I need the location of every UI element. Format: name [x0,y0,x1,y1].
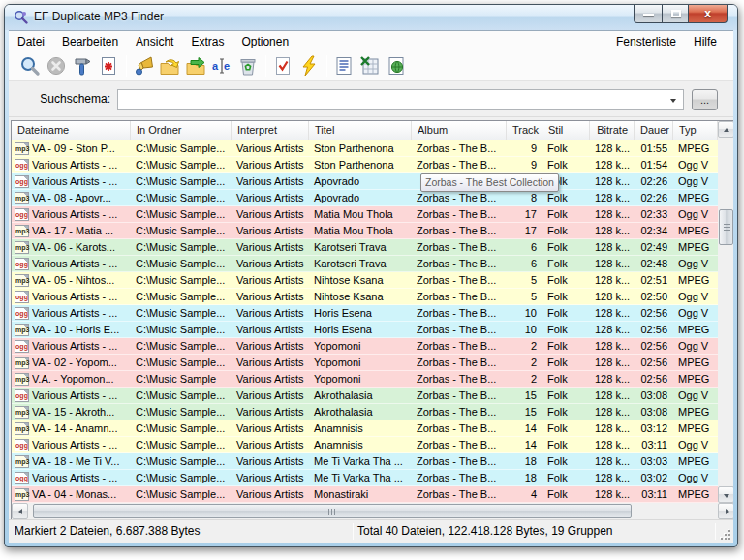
listen-icon[interactable] [132,54,155,78]
cell-bitrate: 128 k... [590,289,635,304]
column-header-artist[interactable]: Interpret [232,121,309,140]
ogg-file-icon: ogg [15,340,29,353]
menu-optionen[interactable]: Optionen [232,32,297,51]
horizontal-scrollbar[interactable] [12,503,733,519]
cell-bitrate: 128 k... [590,437,635,452]
vertical-scrollbar[interactable] [718,121,733,503]
menu-fensterliste[interactable]: Fensterliste [607,32,685,51]
table-row[interactable]: mp3VA - 04 - Monas...C:\Music Sample...V… [12,486,718,503]
cancel-icon[interactable] [45,54,68,78]
column-header-name[interactable]: Dateiname [12,121,131,140]
cell-title: Horis Esena [309,305,412,321]
check-icon[interactable] [271,54,294,78]
search-schema-combobox[interactable] [117,89,684,110]
cell-duration: 02:50 [635,289,673,304]
menu-ansicht[interactable]: Ansicht [127,32,182,51]
scroll-down-button[interactable] [718,486,733,503]
table-row[interactable]: oggVarious Artists - ...C:\Music Sample.… [12,470,718,486]
run-icon[interactable] [297,54,321,78]
column-header-genre[interactable]: Stil [542,121,590,140]
move-icon[interactable] [184,54,207,78]
table-row[interactable]: mp3VA - 14 - Anamn...C:\Music Sample...V… [12,420,718,437]
scroll-up-button[interactable] [718,121,733,138]
table-row[interactable]: oggVarious Artists - ...C:\Music Sample.… [12,338,718,355]
vertical-scroll-thumb[interactable] [719,209,733,245]
cell-album: Zorbas - The B... [412,239,507,255]
table-row[interactable]: mp3VA - 17 - Matia ...C:\Music Sample...… [12,223,718,239]
export-table-icon[interactable] [358,54,382,78]
table-row[interactable]: mp3VA - 09 - Ston P...C:\Music Sample...… [12,140,718,157]
resize-grip[interactable] [721,530,730,540]
column-header-album[interactable]: Album [412,121,507,140]
cell-title: Apovrado [309,173,412,189]
copy-icon[interactable] [158,54,181,78]
cell-duration: 02:33 [635,206,673,222]
cell-folder: C:\Music Sample... [131,470,232,485]
column-header-folder[interactable]: In Ordner [131,121,232,140]
rename-icon[interactable]: ae [210,54,233,78]
horizontal-scroll-thumb[interactable] [33,504,632,518]
table-row[interactable]: oggVarious Artists - ...C:\Music Sample.… [12,173,718,190]
column-header-title[interactable]: Titel [309,121,412,140]
table-row[interactable]: mp3VA - 15 - Akroth...C:\Music Sample...… [12,404,718,420]
cell-type: MPEG [673,140,718,156]
cell-name: mp3V.A. - Yopomon... [12,371,131,387]
table-row[interactable]: mp3VA - 02 - Yopom...C:\Music Sample...V… [12,355,718,371]
report-icon[interactable] [332,54,356,78]
chevron-down-icon[interactable] [666,91,682,109]
mp3-file-icon: mp3 [15,357,29,369]
cell-name: oggVarious Artists - ... [12,305,131,321]
column-header-bitrate[interactable]: Bitrate [590,121,635,140]
scroll-right-button[interactable] [718,503,733,519]
tools-icon[interactable] [71,54,94,78]
mp3-file-icon: mp3 [15,373,29,386]
table-row[interactable]: mp3VA - 10 - Horis E...C:\Music Sample..… [12,322,718,338]
table-row[interactable]: oggVarious Artists - ...C:\Music Sample.… [12,157,718,173]
cell-name: mp3VA - 02 - Yopom... [12,355,131,370]
table-row[interactable]: oggVarious Artists - ...C:\Music Sample.… [12,289,718,305]
search-schema-label: Suchschema: [9,92,110,106]
cell-name: mp3VA - 05 - Nihtos... [12,272,131,288]
menu-extras[interactable]: Extras [182,32,232,51]
cell-type: MPEG [673,420,718,436]
cell-album: Zorbas - The B... [412,470,507,485]
table-row[interactable]: oggVarious Artists - ...C:\Music Sample.… [12,388,718,404]
table-row[interactable]: oggVarious Artists - ...C:\Music Sample.… [12,256,718,272]
table-row[interactable]: mp3VA - 18 - Me Ti V...C:\Music Sample..… [12,453,718,470]
column-header-duration[interactable]: Dauer [635,121,673,140]
search-icon[interactable] [18,54,42,78]
column-header-track[interactable]: Track [507,121,542,140]
ogg-file-icon: ogg [15,472,29,484]
column-header-type[interactable]: Typ [673,121,718,140]
table-row[interactable]: oggVarious Artists - ...C:\Music Sample.… [12,437,718,453]
menu-hilfe[interactable]: Hilfe [685,32,726,51]
mp3-file-icon: mp3 [15,192,29,204]
cell-bitrate: 128 k... [590,206,635,222]
file-list: DateinameIn OrdnerInterpretTitelAlbumTra… [11,120,733,520]
menu-datei[interactable]: Datei [9,32,53,51]
new-search-icon[interactable] [97,54,120,78]
export-html-icon[interactable] [385,54,408,78]
menu-bearbeiten[interactable]: Bearbeiten [53,32,127,51]
table-row[interactable]: oggVarious Artists - ...C:\Music Sample.… [12,206,718,223]
ogg-file-icon: ogg [15,258,29,270]
cell-folder: C:\Music Sample... [131,206,232,222]
cell-name: oggVarious Artists - ... [12,388,131,403]
minimize-button[interactable] [634,5,662,23]
table-row[interactable]: mp3V.A. - Yopomon...C:\Music SampleVario… [12,371,718,388]
mp3-file-icon: mp3 [15,225,29,237]
scroll-left-button[interactable] [12,503,28,519]
delete-icon[interactable] [236,54,260,78]
browse-button[interactable]: ... [692,89,718,110]
cell-title: Nihtose Ksana [309,272,412,288]
cell-title: Me Ti Varka Tha ... [309,453,412,469]
cell-folder: C:\Music Sample... [131,322,232,337]
cell-type: Ogg V [673,206,718,222]
title-bar[interactable]: EF Duplicate MP3 Finder x [5,5,737,30]
table-row[interactable]: oggVarious Artists - ...C:\Music Sample.… [12,305,718,322]
close-button[interactable]: x [689,5,728,23]
table-row[interactable]: mp3VA - 05 - Nihtos...C:\Music Sample...… [12,272,718,289]
table-row[interactable]: mp3VA - 06 - Karots...C:\Music Sample...… [12,239,718,256]
table-row[interactable]: mp3VA - 08 - Apovr...C:\Music Sample...V… [12,190,718,206]
maximize-button[interactable] [662,5,689,23]
